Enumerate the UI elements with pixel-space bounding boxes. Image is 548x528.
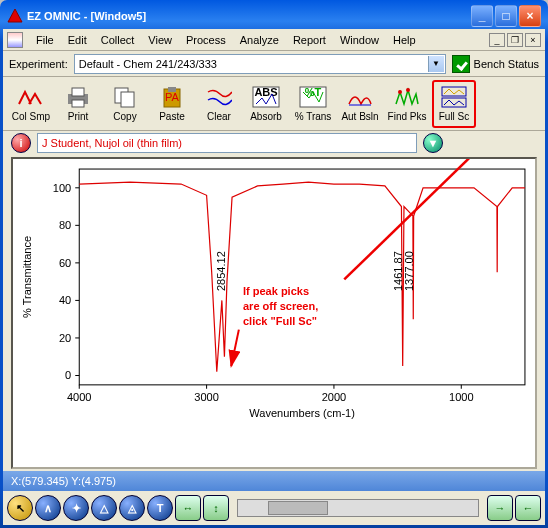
svg-text:2000: 2000 — [322, 391, 347, 403]
svg-point-15 — [406, 88, 410, 92]
svg-text:4000: 4000 — [67, 391, 92, 403]
svg-text:20: 20 — [59, 332, 71, 344]
toolbar-absorb-button[interactable]: ABSAbsorb — [244, 80, 288, 128]
svg-rect-5 — [121, 92, 134, 107]
toolbar-find-pks-button[interactable]: Find Pks — [385, 80, 429, 128]
tool-d-button[interactable]: ◬ — [119, 495, 145, 521]
svg-marker-0 — [8, 9, 22, 22]
check-icon — [452, 55, 470, 73]
mdi-close-button[interactable]: × — [525, 33, 541, 47]
svg-line-45 — [344, 159, 520, 279]
trans-icon: %T — [299, 85, 327, 109]
toolbar-trans-button[interactable]: %T% Trans — [291, 80, 335, 128]
menu-analyze[interactable]: Analyze — [233, 32, 286, 48]
info-icon[interactable]: i — [11, 133, 31, 153]
menu-collect[interactable]: Collect — [94, 32, 142, 48]
print-icon — [64, 85, 92, 109]
svg-text:Wavenumbers (cm-1): Wavenumbers (cm-1) — [249, 407, 355, 419]
toolbar: Col SmpPrintCopyPAPasteClearABSAbsorb%T%… — [3, 77, 545, 131]
toolbar-copy-button[interactable]: Copy — [103, 80, 147, 128]
toolbar-clear-button[interactable]: Clear — [197, 80, 241, 128]
svg-text:60: 60 — [59, 257, 71, 269]
experiment-label: Experiment: — [9, 58, 68, 70]
bottom-toolbar: ↖ ∧ ✦ △ ◬ T ↔ ↕ → ← — [3, 491, 545, 525]
svg-text:0: 0 — [65, 369, 71, 381]
svg-text:1377.00: 1377.00 — [403, 251, 415, 291]
clear-icon — [205, 85, 233, 109]
svg-text:2854.12: 2854.12 — [215, 251, 227, 291]
maximize-button[interactable]: □ — [495, 5, 517, 27]
menu-process[interactable]: Process — [179, 32, 233, 48]
copy-icon — [111, 85, 139, 109]
svg-text:100: 100 — [53, 182, 71, 194]
menu-window[interactable]: Window — [333, 32, 386, 48]
svg-text:80: 80 — [59, 219, 71, 231]
experiment-select[interactable]: Default - Chem 241/243/333 ▼ — [74, 54, 446, 74]
expand-v-button[interactable]: ↕ — [203, 495, 229, 521]
svg-rect-16 — [442, 87, 466, 96]
svg-text:40: 40 — [59, 294, 71, 306]
paste-icon: PA — [158, 85, 186, 109]
menu-view[interactable]: View — [141, 32, 179, 48]
status-bar: X:(579.345) Y:(4.975) — [3, 471, 545, 491]
find-pks-icon — [393, 85, 421, 109]
svg-text:3000: 3000 — [194, 391, 219, 403]
col-smp-icon — [17, 85, 45, 109]
close-button[interactable]: × — [519, 5, 541, 27]
absorb-icon: ABS — [252, 85, 280, 109]
spectrum-title-field[interactable]: J Student, Nujol oil (thin film) — [37, 133, 417, 153]
menu-edit[interactable]: Edit — [61, 32, 94, 48]
bench-status-label: Bench Status — [474, 58, 539, 70]
scrollbar-h[interactable] — [237, 499, 479, 517]
svg-point-14 — [398, 90, 402, 94]
svg-text:1000: 1000 — [449, 391, 474, 403]
menu-help[interactable]: Help — [386, 32, 423, 48]
text-tool-button[interactable]: T — [147, 495, 173, 521]
mdi-icon[interactable] — [7, 32, 23, 48]
tool-a-button[interactable]: ∧ — [35, 495, 61, 521]
mdi-minimize-button[interactable]: _ — [489, 33, 505, 47]
tool-c-button[interactable]: △ — [91, 495, 117, 521]
svg-line-44 — [231, 330, 239, 366]
svg-text:% Transmittance: % Transmittance — [21, 236, 33, 318]
tool-b-button[interactable]: ✦ — [63, 495, 89, 521]
annotation-text: If peak picks are off screen, click "Ful… — [243, 284, 318, 329]
window-title: EZ OMNIC - [Window5] — [27, 10, 146, 22]
cursor-coords: X:(579.345) Y:(4.975) — [11, 475, 116, 487]
experiment-value: Default - Chem 241/243/333 — [79, 58, 217, 70]
svg-text:ABS: ABS — [254, 86, 277, 98]
nav-down-icon[interactable]: ▼ — [423, 133, 443, 153]
chevron-down-icon: ▼ — [428, 56, 444, 72]
toolbar-aut-bsln-button[interactable]: Aut Bsln — [338, 80, 382, 128]
plot-area[interactable]: 0204060801004000300020001000Wavenumbers … — [11, 157, 537, 469]
arrow-right-button[interactable]: → — [487, 495, 513, 521]
minimize-button[interactable]: _ — [471, 5, 493, 27]
menu-file[interactable]: File — [29, 32, 61, 48]
experiment-bar: Experiment: Default - Chem 241/243/333 ▼… — [3, 51, 545, 77]
svg-text:PA: PA — [165, 91, 180, 103]
aut-bsln-icon — [346, 85, 374, 109]
svg-rect-17 — [442, 98, 466, 107]
expand-h-button[interactable]: ↔ — [175, 495, 201, 521]
svg-rect-18 — [79, 169, 525, 385]
mdi-restore-button[interactable]: ❐ — [507, 33, 523, 47]
arrow-left-button[interactable]: ← — [515, 495, 541, 521]
menubar: FileEditCollectViewProcessAnalyzeReportW… — [3, 29, 545, 51]
toolbar-print-button[interactable]: Print — [56, 80, 100, 128]
toolbar-full-sc-button[interactable]: Full Sc — [432, 80, 476, 128]
app-icon — [7, 8, 23, 24]
menu-report[interactable]: Report — [286, 32, 333, 48]
bench-status[interactable]: Bench Status — [452, 55, 539, 73]
info-bar: i J Student, Nujol oil (thin film) ▼ — [3, 131, 545, 155]
window-titlebar: EZ OMNIC - [Window5] _ □ × — [3, 3, 545, 29]
full-sc-icon — [440, 85, 468, 109]
svg-rect-3 — [72, 100, 84, 107]
toolbar-paste-button[interactable]: PAPaste — [150, 80, 194, 128]
home-button[interactable]: ↖ — [7, 495, 33, 521]
spectrum-title: J Student, Nujol oil (thin film) — [42, 137, 182, 149]
svg-rect-2 — [72, 88, 84, 96]
toolbar-col-smp-button[interactable]: Col Smp — [9, 80, 53, 128]
